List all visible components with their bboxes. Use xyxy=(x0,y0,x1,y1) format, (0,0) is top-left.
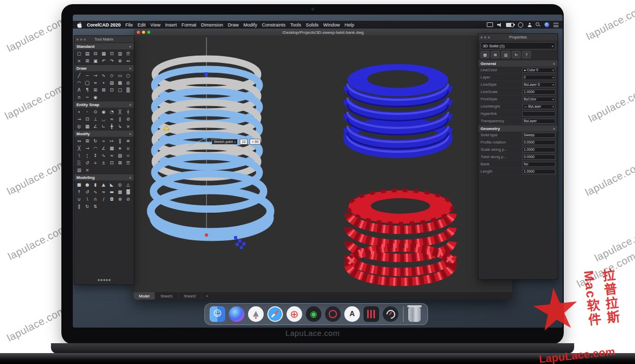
refresh-button[interactable]: ↻ xyxy=(512,51,521,58)
delete[interactable]: × xyxy=(84,166,91,173)
dock-gauge-app-icon[interactable] xyxy=(383,306,398,322)
move[interactable]: ↔ xyxy=(75,137,83,144)
spline[interactable]: ≈ xyxy=(92,79,99,86)
extrude[interactable]: ↑ xyxy=(75,188,83,195)
circle[interactable]: ○ xyxy=(124,72,132,79)
dock-finder-icon[interactable] xyxy=(210,306,225,322)
quadrant-snap[interactable]: ◔ xyxy=(108,108,115,115)
parallel-snap[interactable]: ∥ xyxy=(116,115,124,122)
section-header-draw[interactable]: Draw ▲ xyxy=(74,64,134,71)
properties-titlebar[interactable]: Properties xyxy=(478,34,558,41)
section-header-modeling[interactable]: Modeling ▲ xyxy=(74,174,134,180)
new-file[interactable]: ▢ xyxy=(75,50,83,57)
sketch[interactable]: ~ xyxy=(84,94,91,100)
cut[interactable]: × xyxy=(75,57,83,64)
menu-item[interactable]: Constraints xyxy=(262,22,286,28)
menu-item[interactable]: Help xyxy=(345,22,355,28)
dock-graphics-app-icon[interactable] xyxy=(306,306,321,322)
copy[interactable]: ⊞ xyxy=(84,57,91,64)
entity-selector[interactable]: 3D Solid (1) ▾ xyxy=(481,42,555,49)
menu-item[interactable]: Draw xyxy=(228,22,239,28)
cloud[interactable]: ∩ xyxy=(75,94,83,100)
property-field[interactable]: 0 ▾ xyxy=(522,75,555,80)
zoom[interactable]: ⊕ xyxy=(116,57,124,64)
print-preview[interactable]: ⊡ xyxy=(108,50,115,57)
tool-matrix-titlebar[interactable]: Tool Matrix xyxy=(74,36,134,43)
property-field[interactable]: — ByLayer ▾ xyxy=(522,104,555,109)
plot[interactable]: ▥ xyxy=(116,50,124,57)
temp-point[interactable]: × xyxy=(124,123,132,129)
dropdown-arrow-icon[interactable]: ▾ xyxy=(552,69,554,72)
property-field[interactable]: 0.0000 xyxy=(522,154,555,160)
lengthen[interactable]: ↕ xyxy=(92,152,99,159)
ray[interactable]: → xyxy=(92,72,99,79)
dynamic-input-length[interactable]: 10 xyxy=(240,139,248,145)
dock-a-app-icon[interactable] xyxy=(344,306,360,322)
menu-item[interactable]: Edit xyxy=(138,22,146,28)
siri-icon[interactable] xyxy=(545,22,549,27)
extend[interactable]: → xyxy=(84,145,91,151)
polysolid[interactable]: ▬ xyxy=(108,188,115,195)
property-field[interactable]: 0.0000 xyxy=(522,140,555,145)
select-entities-button[interactable]: ▥ xyxy=(501,51,510,58)
property-field[interactable]: 1.0000 xyxy=(522,147,555,152)
fillet[interactable]: ◠ xyxy=(92,145,99,151)
collapse-arrow-icon[interactable]: ▲ xyxy=(129,132,132,135)
tab-model[interactable]: Model xyxy=(134,292,155,300)
rotate[interactable]: ↻ xyxy=(92,137,99,144)
nearest-snap[interactable]: ≈ xyxy=(108,115,115,122)
align[interactable]: = xyxy=(124,152,132,159)
rectangle[interactable]: ▭ xyxy=(116,72,124,79)
panel-options-button[interactable]: ▦ xyxy=(481,51,489,58)
app-menu[interactable]: CorelCAD 2020 xyxy=(87,22,121,28)
stretch[interactable]: ↦ xyxy=(108,137,115,144)
menu-item[interactable]: File xyxy=(125,22,133,28)
pyramid[interactable]: △ xyxy=(124,181,132,188)
loft[interactable]: ≈ xyxy=(100,188,107,195)
text[interactable]: A xyxy=(75,86,83,93)
apple-menu[interactable] xyxy=(77,22,82,28)
dock-safari-icon[interactable] xyxy=(267,306,283,322)
break[interactable]: ∖ xyxy=(75,152,83,159)
intersect[interactable]: ∩ xyxy=(92,196,99,202)
redo[interactable]: ↷ xyxy=(108,57,115,64)
torus[interactable]: ◎ xyxy=(116,181,124,188)
property-field[interactable]: No xyxy=(522,162,555,167)
slice[interactable]: ∕ xyxy=(100,196,107,202)
change-properties[interactable]: ☰ xyxy=(124,159,132,166)
menu-item[interactable]: View xyxy=(150,22,160,28)
insert-block[interactable]: ⊡ xyxy=(108,86,115,93)
match-properties[interactable]: ▥ xyxy=(75,166,83,173)
palette-collapse-handle[interactable]: ◀◀◀◀◀ xyxy=(74,278,134,284)
chamfer[interactable]: ∠ xyxy=(100,145,107,151)
scale[interactable]: ∝ xyxy=(100,137,107,144)
boundary[interactable]: □ xyxy=(116,86,124,93)
collapse-arrow-icon[interactable]: ▲ xyxy=(553,62,555,65)
ortho-toggle[interactable]: ∟ xyxy=(100,123,107,129)
arc[interactable]: ◠ xyxy=(75,79,83,86)
paste[interactable]: ▣ xyxy=(92,57,99,64)
erase[interactable]: ░ xyxy=(75,159,83,166)
property-field[interactable]: 1.0000 xyxy=(522,89,555,95)
edit-spline[interactable]: ≈ xyxy=(108,152,115,159)
infinite-line[interactable]: ─ xyxy=(84,72,91,79)
edit-polyline[interactable]: ∿ xyxy=(100,152,107,159)
intersection-snap[interactable]: ╳ xyxy=(116,108,124,115)
properties[interactable]: ☰ xyxy=(124,50,132,57)
dropdown-arrow-icon[interactable]: ▾ xyxy=(552,83,554,86)
entity-track[interactable]: ╋ xyxy=(108,123,115,129)
mirror[interactable]: ‖ xyxy=(116,137,124,144)
property-field[interactable]: ● Color 9 ▾ xyxy=(522,68,555,73)
dock-siri-icon[interactable] xyxy=(229,306,244,322)
volume-icon[interactable] xyxy=(497,23,502,27)
collapse-arrow-icon[interactable]: ▲ xyxy=(129,45,132,48)
undo[interactable]: ↶ xyxy=(100,57,107,64)
node-snap[interactable]: ◉ xyxy=(100,108,107,115)
offset[interactable]: ≡ xyxy=(124,137,132,144)
ungroup[interactable]: ⊠ xyxy=(116,159,124,166)
polar-snap[interactable]: ∠ xyxy=(92,123,99,129)
section-header-geometry[interactable]: Geometry ▲ xyxy=(478,125,558,132)
battery-icon[interactable] xyxy=(506,23,514,27)
region[interactable]: ▩ xyxy=(116,79,124,86)
point[interactable]: ∙ xyxy=(100,79,107,86)
